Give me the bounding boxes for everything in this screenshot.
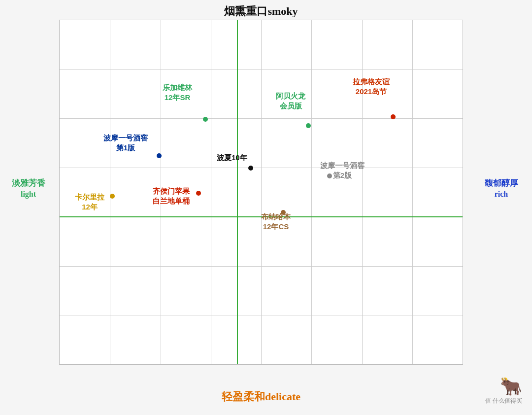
label-bunnahabhain-12cs: 布纳哈本12年CS — [261, 212, 291, 231]
dot-lagavulin-12sr — [203, 117, 208, 122]
dot-aberlour-dragon — [306, 123, 311, 128]
label-bowmore-10: 波夏10年 — [217, 153, 247, 163]
label-light: 淡雅芳香 light — [0, 177, 57, 200]
label-lagavulin-12sr: 乐加维林12年SR — [163, 83, 192, 102]
label-rich: 馥郁醇厚 rich — [473, 177, 530, 200]
dot-qihoumen-apple — [196, 191, 201, 196]
label-lafroaig-2021: 拉弗格友谊2021岛节 — [353, 77, 390, 96]
logo-area: 🐂 值 什么值得买 — [485, 376, 522, 405]
dot-bowmore-1 — [157, 153, 162, 158]
label-bowmore-1: 波摩一号酒窖第1版 — [103, 133, 148, 152]
logo-icon: 🐂 — [485, 376, 522, 397]
label-bowmore-2: 波摩一号酒窖第2版 — [320, 161, 365, 180]
label-qihoumen-apple: 齐侯门苹果白兰地单桶 — [153, 186, 190, 206]
label-smoky: 烟熏重口smoky — [59, 4, 463, 19]
dot-bowmore-10 — [248, 166, 253, 171]
watermark-text: 值 什么值得买 — [485, 397, 522, 405]
dot-lafroaig-2021 — [391, 114, 396, 119]
label-delicate: 轻盈柔和delicate — [59, 389, 463, 404]
chart-grid — [59, 20, 463, 365]
label-carlila-12: 卡尔里拉12年 — [75, 192, 104, 211]
dot-carlila-12 — [110, 194, 115, 199]
label-aberlour-dragon: 阿贝火龙会员版 — [276, 91, 305, 110]
